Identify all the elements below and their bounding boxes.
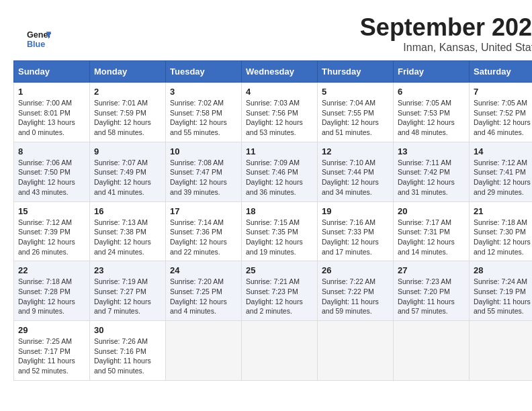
calendar-day-cell: 23Sunrise: 7:19 AMSunset: 7:27 PMDayligh… <box>90 261 166 321</box>
day-detail: Sunrise: 7:22 AMSunset: 7:22 PMDaylight:… <box>322 277 389 316</box>
day-number: 3 <box>170 87 237 97</box>
calendar-day-cell: 20Sunrise: 7:17 AMSunset: 7:31 PMDayligh… <box>394 201 470 261</box>
day-number: 5 <box>322 87 389 97</box>
svg-text:Blue: Blue <box>27 40 45 49</box>
day-detail: Sunrise: 7:13 AMSunset: 7:38 PMDaylight:… <box>94 218 161 257</box>
day-detail: Sunrise: 7:25 AMSunset: 7:17 PMDaylight:… <box>18 336 85 376</box>
calendar-day-cell: 5Sunrise: 7:04 AMSunset: 7:55 PMDaylight… <box>318 83 394 142</box>
day-detail: Sunrise: 7:14 AMSunset: 7:36 PMDaylight:… <box>170 218 237 257</box>
day-number: 17 <box>170 206 237 216</box>
location-subtitle: Inman, Kansas, United States <box>13 42 532 54</box>
calendar-header-row: Sunday Monday Tuesday Wednesday Thursday… <box>14 61 533 83</box>
calendar-day-cell: 8Sunrise: 7:06 AMSunset: 7:50 PMDaylight… <box>14 142 90 201</box>
day-number: 25 <box>246 265 313 275</box>
calendar-day-cell: 7Sunrise: 7:05 AMSunset: 7:52 PMDaylight… <box>470 83 533 142</box>
calendar-day-cell: 22Sunrise: 7:18 AMSunset: 7:28 PMDayligh… <box>14 261 90 321</box>
calendar-week-row: 15Sunrise: 7:12 AMSunset: 7:39 PMDayligh… <box>14 201 533 261</box>
calendar-day-cell: 17Sunrise: 7:14 AMSunset: 7:36 PMDayligh… <box>166 201 242 261</box>
day-number: 7 <box>474 87 532 97</box>
day-number: 12 <box>322 146 389 156</box>
col-friday: Friday <box>394 61 470 83</box>
calendar-day-cell: 12Sunrise: 7:10 AMSunset: 7:44 PMDayligh… <box>318 142 394 201</box>
calendar-day-cell: 6Sunrise: 7:05 AMSunset: 7:53 PMDaylight… <box>394 83 470 142</box>
day-number: 16 <box>94 206 161 216</box>
calendar-day-cell <box>242 321 318 381</box>
day-detail: Sunrise: 7:10 AMSunset: 7:44 PMDaylight:… <box>322 158 389 197</box>
day-number: 15 <box>18 206 85 216</box>
calendar-week-row: 8Sunrise: 7:06 AMSunset: 7:50 PMDaylight… <box>14 142 533 201</box>
day-detail: Sunrise: 7:04 AMSunset: 7:55 PMDaylight:… <box>322 98 389 138</box>
col-sunday: Sunday <box>14 61 90 83</box>
day-number: 11 <box>246 146 313 156</box>
calendar-day-cell: 25Sunrise: 7:21 AMSunset: 7:23 PMDayligh… <box>242 261 318 321</box>
day-detail: Sunrise: 7:01 AMSunset: 7:59 PMDaylight:… <box>94 98 161 138</box>
day-number: 13 <box>398 146 465 156</box>
day-number: 20 <box>398 206 465 216</box>
calendar-day-cell <box>166 321 242 381</box>
calendar-day-cell: 9Sunrise: 7:07 AMSunset: 7:49 PMDaylight… <box>90 142 166 201</box>
day-number: 14 <box>474 146 532 156</box>
day-number: 24 <box>170 265 237 275</box>
calendar-day-cell: 19Sunrise: 7:16 AMSunset: 7:33 PMDayligh… <box>318 201 394 261</box>
day-detail: Sunrise: 7:06 AMSunset: 7:50 PMDaylight:… <box>18 158 85 197</box>
day-number: 4 <box>246 87 313 97</box>
day-detail: Sunrise: 7:03 AMSunset: 7:56 PMDaylight:… <box>246 98 313 138</box>
day-number: 22 <box>18 265 85 275</box>
day-number: 26 <box>322 265 389 275</box>
calendar-table: Sunday Monday Tuesday Wednesday Thursday… <box>13 60 532 381</box>
calendar-day-cell: 3Sunrise: 7:02 AMSunset: 7:58 PMDaylight… <box>166 83 242 142</box>
calendar-day-cell: 14Sunrise: 7:12 AMSunset: 7:41 PMDayligh… <box>470 142 533 201</box>
day-number: 21 <box>474 206 532 216</box>
day-number: 10 <box>170 146 237 156</box>
col-wednesday: Wednesday <box>242 61 318 83</box>
calendar-day-cell: 1Sunrise: 7:00 AMSunset: 8:01 PMDaylight… <box>14 83 90 142</box>
day-number: 19 <box>322 206 389 216</box>
day-detail: Sunrise: 7:26 AMSunset: 7:16 PMDaylight:… <box>94 336 161 376</box>
day-detail: Sunrise: 7:19 AMSunset: 7:27 PMDaylight:… <box>94 277 161 316</box>
day-number: 8 <box>18 146 85 156</box>
calendar-week-row: 22Sunrise: 7:18 AMSunset: 7:28 PMDayligh… <box>14 261 533 321</box>
day-detail: Sunrise: 7:05 AMSunset: 7:53 PMDaylight:… <box>398 98 465 138</box>
calendar-day-cell: 18Sunrise: 7:15 AMSunset: 7:35 PMDayligh… <box>242 201 318 261</box>
day-detail: Sunrise: 7:07 AMSunset: 7:49 PMDaylight:… <box>94 158 161 197</box>
day-detail: Sunrise: 7:21 AMSunset: 7:23 PMDaylight:… <box>246 277 313 316</box>
calendar-day-cell: 24Sunrise: 7:20 AMSunset: 7:25 PMDayligh… <box>166 261 242 321</box>
day-detail: Sunrise: 7:23 AMSunset: 7:20 PMDaylight:… <box>398 277 465 316</box>
day-detail: Sunrise: 7:00 AMSunset: 8:01 PMDaylight:… <box>18 98 85 138</box>
calendar-day-cell: 13Sunrise: 7:11 AMSunset: 7:42 PMDayligh… <box>394 142 470 201</box>
day-number: 1 <box>18 87 85 97</box>
col-saturday: Saturday <box>470 61 533 83</box>
day-detail: Sunrise: 7:16 AMSunset: 7:33 PMDaylight:… <box>322 218 389 257</box>
calendar-header: September 2024 Inman, Kansas, United Sta… <box>13 13 532 54</box>
calendar-day-cell: 27Sunrise: 7:23 AMSunset: 7:20 PMDayligh… <box>394 261 470 321</box>
calendar-week-row: 1Sunrise: 7:00 AMSunset: 8:01 PMDaylight… <box>14 83 533 142</box>
logo: General Blue <box>27 27 51 51</box>
calendar-day-cell: 30Sunrise: 7:26 AMSunset: 7:16 PMDayligh… <box>90 321 166 381</box>
day-detail: Sunrise: 7:08 AMSunset: 7:47 PMDaylight:… <box>170 158 237 197</box>
day-number: 6 <box>398 87 465 97</box>
day-detail: Sunrise: 7:17 AMSunset: 7:31 PMDaylight:… <box>398 218 465 257</box>
calendar-day-cell: 15Sunrise: 7:12 AMSunset: 7:39 PMDayligh… <box>14 201 90 261</box>
calendar-day-cell <box>318 321 394 381</box>
day-detail: Sunrise: 7:20 AMSunset: 7:25 PMDaylight:… <box>170 277 237 316</box>
page-wrapper: General Blue September 2024 Inman, Kansa… <box>13 13 532 381</box>
calendar-day-cell: 4Sunrise: 7:03 AMSunset: 7:56 PMDaylight… <box>242 83 318 142</box>
day-detail: Sunrise: 7:18 AMSunset: 7:28 PMDaylight:… <box>18 277 85 316</box>
day-number: 18 <box>246 206 313 216</box>
day-number: 2 <box>94 87 161 97</box>
day-detail: Sunrise: 7:12 AMSunset: 7:39 PMDaylight:… <box>18 218 85 257</box>
month-year-title: September 2024 <box>13 13 532 42</box>
calendar-day-cell: 29Sunrise: 7:25 AMSunset: 7:17 PMDayligh… <box>14 321 90 381</box>
calendar-day-cell: 21Sunrise: 7:18 AMSunset: 7:30 PMDayligh… <box>470 201 533 261</box>
calendar-day-cell: 16Sunrise: 7:13 AMSunset: 7:38 PMDayligh… <box>90 201 166 261</box>
day-detail: Sunrise: 7:11 AMSunset: 7:42 PMDaylight:… <box>398 158 465 197</box>
day-number: 27 <box>398 265 465 275</box>
day-detail: Sunrise: 7:05 AMSunset: 7:52 PMDaylight:… <box>474 98 532 138</box>
calendar-day-cell: 11Sunrise: 7:09 AMSunset: 7:46 PMDayligh… <box>242 142 318 201</box>
day-detail: Sunrise: 7:09 AMSunset: 7:46 PMDaylight:… <box>246 158 313 197</box>
day-detail: Sunrise: 7:15 AMSunset: 7:35 PMDaylight:… <box>246 218 313 257</box>
day-number: 29 <box>18 325 85 335</box>
day-number: 30 <box>94 325 161 335</box>
calendar-day-cell: 2Sunrise: 7:01 AMSunset: 7:59 PMDaylight… <box>90 83 166 142</box>
day-detail: Sunrise: 7:02 AMSunset: 7:58 PMDaylight:… <box>170 98 237 138</box>
